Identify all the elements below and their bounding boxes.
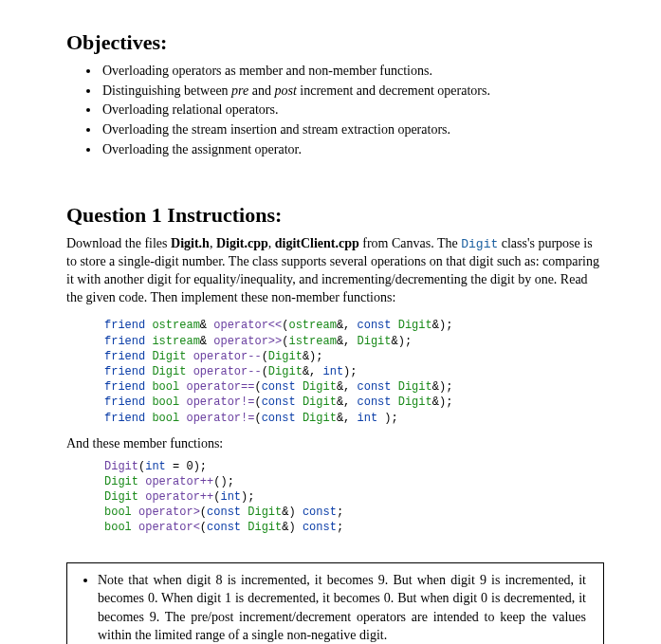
intro-text: Download the files [66, 236, 171, 250]
objective-text-italic-pre: pre [231, 83, 248, 98]
objective-item: Distinguishing between pre and post incr… [101, 83, 604, 101]
objectives-heading: Objectives: [66, 28, 604, 57]
separator: , [268, 236, 275, 250]
separator: , [210, 236, 216, 250]
objective-text-italic-post: post [274, 83, 296, 98]
member-code-block: Digit(int = 0); Digit operator++(); Digi… [104, 459, 604, 536]
note-box: Note that when digit 8 is incremented, i… [66, 562, 604, 644]
objective-text-suffix: increment and decrement operators. [297, 83, 490, 98]
objective-text: Overloading the stream insertion and str… [102, 122, 450, 137]
question-heading: Question 1 Instructions: [66, 201, 604, 230]
filename: Digit.h [171, 236, 210, 250]
objective-item: Overloading operators as member and non-… [101, 63, 604, 81]
member-functions-lead: And these member functions: [66, 435, 604, 453]
objective-item: Overloading the assignment operator. [101, 141, 604, 159]
objective-item: Overloading relational operators. [101, 101, 604, 120]
objective-text: Overloading operators as member and non-… [102, 64, 432, 78]
objective-text-mid: and [248, 83, 274, 98]
objective-text: Overloading the assignment operator. [102, 142, 302, 156]
document-page: Objectives: Overloading operators as mem… [0, 0, 661, 644]
note-text: Note that when digit 8 is incremented, i… [98, 571, 586, 644]
class-name-code: Digit [461, 237, 498, 251]
nonmember-code-block: friend ostream& operator<<(ostream&, con… [104, 318, 604, 425]
objectives-list: Overloading operators as member and non-… [83, 63, 604, 159]
objective-item: Overloading the stream insertion and str… [101, 121, 604, 139]
objective-text: Overloading relational operators. [102, 102, 278, 117]
question-intro: Download the files Digit.h, Digit.cpp, d… [66, 235, 604, 307]
filename: Digit.cpp [216, 236, 268, 250]
objective-text-prefix: Distinguishing between [102, 83, 231, 98]
intro-text: from Canvas. The [359, 236, 461, 250]
filename: digitClient.cpp [275, 236, 359, 250]
